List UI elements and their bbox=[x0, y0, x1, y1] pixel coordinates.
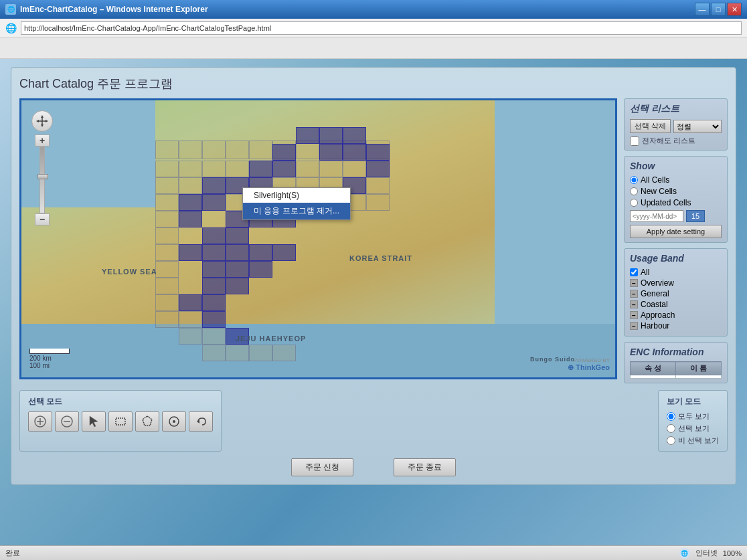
map-cell[interactable] bbox=[155, 211, 179, 227]
date-input[interactable] bbox=[630, 210, 683, 222]
maximize-button[interactable]: □ bbox=[711, 3, 726, 16]
map-cell[interactable] bbox=[155, 244, 179, 261]
map-cell[interactable] bbox=[249, 345, 272, 361]
selected-cell[interactable] bbox=[366, 144, 390, 161]
map-cell[interactable] bbox=[155, 194, 179, 211]
selected-cell[interactable] bbox=[366, 161, 390, 177]
map-cell[interactable] bbox=[179, 328, 202, 345]
apply-date-button[interactable]: Apply date setting bbox=[630, 225, 722, 238]
selected-cell[interactable] bbox=[202, 194, 226, 211]
selected-cell[interactable] bbox=[272, 161, 296, 177]
selected-cell[interactable] bbox=[319, 127, 343, 144]
map-wrapper[interactable]: YELLOW SEA KOREA STRAIT JEJU HAEHYEOP Bu… bbox=[19, 98, 617, 379]
selected-cell[interactable] bbox=[202, 278, 226, 294]
selected-cell[interactable] bbox=[249, 161, 272, 177]
approach-minus-button[interactable]: − bbox=[630, 311, 638, 319]
map-cell[interactable] bbox=[179, 311, 202, 328]
general-minus-button[interactable]: − bbox=[630, 290, 638, 298]
map-cell[interactable] bbox=[202, 328, 226, 345]
selected-cell[interactable] bbox=[272, 144, 296, 161]
map-cell[interactable] bbox=[319, 161, 343, 177]
selected-cell[interactable] bbox=[343, 127, 366, 144]
zoom-track[interactable] bbox=[39, 147, 45, 213]
map-cell[interactable] bbox=[155, 311, 179, 328]
order-submit-button[interactable]: 주문 신청 bbox=[291, 458, 353, 476]
pointer-button[interactable] bbox=[82, 411, 106, 432]
close-button[interactable]: ✕ bbox=[727, 3, 742, 16]
view-all-radio[interactable] bbox=[667, 412, 675, 421]
map-cell[interactable] bbox=[226, 161, 249, 177]
map-cell[interactable] bbox=[155, 278, 179, 294]
map-cell[interactable] bbox=[155, 261, 179, 278]
zoom-in-button[interactable]: + bbox=[35, 134, 50, 147]
map-cell[interactable] bbox=[343, 161, 366, 177]
map-cell[interactable] bbox=[202, 161, 226, 177]
all-cells-radio[interactable] bbox=[630, 176, 638, 184]
selected-cell[interactable] bbox=[202, 294, 226, 311]
selected-cell[interactable] bbox=[202, 261, 226, 278]
usage-all-checkbox[interactable] bbox=[630, 268, 638, 276]
map-cell[interactable] bbox=[249, 141, 272, 159]
map-cell[interactable] bbox=[155, 227, 179, 244]
map-cell[interactable] bbox=[272, 345, 296, 361]
selected-cell[interactable] bbox=[202, 244, 226, 261]
undo-button[interactable] bbox=[189, 411, 213, 432]
map-cell[interactable] bbox=[179, 161, 202, 177]
selected-cell[interactable] bbox=[343, 144, 366, 161]
zoom-out-button[interactable]: − bbox=[35, 213, 50, 225]
selected-cell[interactable] bbox=[226, 244, 249, 261]
context-menu-silverlight[interactable]: Silverlight(S) bbox=[243, 188, 350, 203]
zoom-slider[interactable]: + − bbox=[35, 134, 50, 225]
harbour-minus-button[interactable]: − bbox=[630, 322, 638, 330]
map-cell[interactable] bbox=[155, 141, 179, 159]
map-cell[interactable] bbox=[155, 177, 179, 194]
map-cell[interactable] bbox=[155, 294, 179, 311]
map-cell[interactable] bbox=[226, 141, 249, 159]
view-selected-radio[interactable] bbox=[667, 424, 675, 433]
selected-cell[interactable] bbox=[179, 244, 202, 261]
map-cell[interactable] bbox=[366, 194, 390, 211]
map-cell[interactable] bbox=[179, 177, 202, 194]
selected-cell[interactable] bbox=[249, 244, 272, 261]
map-cell[interactable] bbox=[202, 345, 226, 361]
map-cell[interactable] bbox=[155, 161, 179, 177]
sort-select[interactable]: 정렬 bbox=[673, 120, 722, 133]
pan-button[interactable] bbox=[31, 110, 53, 132]
context-menu-remove[interactable]: 미 응용 프로그램 제거... bbox=[243, 203, 350, 219]
selected-cell[interactable] bbox=[249, 261, 272, 278]
updated-cells-radio[interactable] bbox=[630, 199, 638, 207]
selected-cell[interactable] bbox=[179, 294, 202, 311]
selected-cell[interactable] bbox=[319, 144, 343, 161]
coastal-minus-button[interactable]: − bbox=[630, 300, 638, 308]
selected-cell[interactable] bbox=[226, 278, 249, 294]
map-cell[interactable] bbox=[202, 141, 226, 159]
address-input[interactable] bbox=[21, 21, 742, 35]
add-selection-button[interactable] bbox=[28, 411, 52, 432]
selected-cell[interactable] bbox=[202, 177, 226, 194]
map-cell[interactable] bbox=[226, 345, 249, 361]
delete-selection-button[interactable]: 선택 삭제 bbox=[630, 119, 671, 133]
polygon-select-button[interactable] bbox=[135, 411, 159, 432]
pan-tool-button[interactable] bbox=[162, 411, 186, 432]
minimize-button[interactable]: — bbox=[695, 3, 710, 16]
overview-minus-button[interactable]: − bbox=[630, 279, 638, 287]
view-unselected-radio[interactable] bbox=[667, 436, 675, 445]
list-checkbox[interactable] bbox=[630, 136, 639, 146]
zoom-thumb[interactable] bbox=[37, 174, 48, 179]
selected-cell[interactable] bbox=[202, 227, 226, 244]
map-cell[interactable] bbox=[179, 141, 202, 159]
selected-cell[interactable] bbox=[272, 244, 296, 261]
selected-cell[interactable] bbox=[296, 127, 319, 144]
selected-cell[interactable] bbox=[179, 194, 202, 211]
remove-selection-button[interactable] bbox=[55, 411, 79, 432]
new-cells-radio[interactable] bbox=[630, 187, 638, 195]
rectangle-select-button[interactable] bbox=[108, 411, 133, 432]
selected-cell[interactable] bbox=[226, 261, 249, 278]
map-cell[interactable] bbox=[366, 177, 390, 194]
order-close-button[interactable]: 주문 종료 bbox=[394, 458, 456, 476]
map-cell[interactable] bbox=[296, 161, 319, 177]
list-label: 전자해도 리스트 bbox=[642, 136, 695, 146]
selected-cell[interactable] bbox=[179, 211, 202, 227]
selected-cell[interactable] bbox=[226, 227, 249, 244]
selected-cell[interactable] bbox=[202, 311, 226, 328]
